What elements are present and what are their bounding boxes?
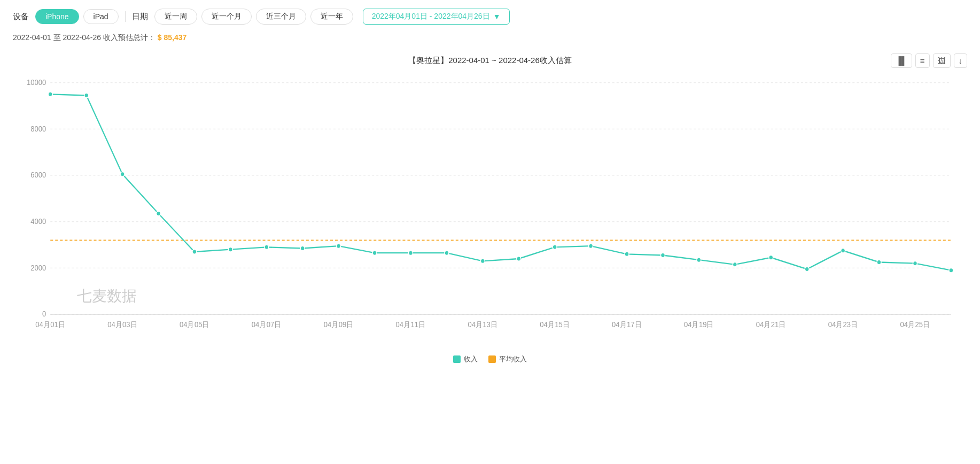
svg-point-40 — [517, 257, 521, 261]
three-months-btn[interactable]: 近三个月 — [256, 9, 306, 25]
legend-avg-label: 平均收入 — [499, 354, 527, 364]
chart-legend: 收入 平均收入 — [13, 354, 967, 364]
chart-wrap: 020004000600080001000004月01日04月03日04月05日… — [13, 71, 967, 349]
main-chart-svg: 020004000600080001000004月01日04月03日04月05日… — [13, 71, 967, 349]
svg-point-30 — [157, 211, 161, 216]
legend-income: 收入 — [453, 354, 478, 364]
svg-text:04月03日: 04月03日 — [107, 320, 137, 329]
svg-point-52 — [949, 268, 953, 273]
download-icon-btn[interactable]: ↓ — [954, 53, 968, 68]
chart-container: 【奥拉星】2022-04-01 ~ 2022-04-26收入估算 ▐▌ ≡ 🖼 … — [13, 56, 967, 364]
summary-text: 2022-04-01 至 2022-04-26 收入预估总计： — [13, 33, 155, 42]
legend-avg: 平均收入 — [488, 354, 527, 364]
chart-actions: ▐▌ ≡ 🖼 ↓ — [891, 53, 967, 68]
svg-point-51 — [913, 261, 917, 266]
date-label: 日期 — [132, 12, 148, 22]
svg-point-39 — [480, 259, 485, 264]
legend-income-label: 收入 — [464, 354, 478, 364]
svg-text:04月23日: 04月23日 — [828, 320, 858, 329]
svg-point-29 — [120, 172, 125, 177]
svg-point-35 — [337, 244, 341, 249]
svg-text:04月11日: 04月11日 — [396, 320, 426, 329]
svg-text:04月15日: 04月15日 — [540, 320, 570, 329]
svg-point-27 — [48, 92, 52, 97]
svg-point-28 — [84, 93, 89, 98]
svg-text:6000: 6000 — [30, 171, 46, 180]
iphone-btn[interactable]: iPhone — [35, 9, 79, 24]
svg-point-41 — [553, 245, 557, 250]
svg-point-31 — [192, 250, 197, 254]
svg-text:4000: 4000 — [30, 218, 46, 226]
svg-text:04月13日: 04月13日 — [468, 320, 497, 329]
svg-text:04月17日: 04月17日 — [612, 320, 642, 329]
svg-point-34 — [300, 246, 305, 251]
svg-point-44 — [660, 253, 665, 258]
svg-text:04月25日: 04月25日 — [900, 320, 930, 329]
svg-text:04月09日: 04月09日 — [324, 320, 354, 329]
svg-text:2000: 2000 — [30, 264, 46, 272]
bar-chart-icon-btn[interactable]: ▐▌ — [891, 53, 912, 68]
chevron-down-icon: ▼ — [493, 12, 501, 21]
svg-text:04月07日: 04月07日 — [252, 320, 282, 329]
month-btn[interactable]: 近一个月 — [201, 9, 252, 25]
ipad-btn[interactable]: iPad — [83, 9, 119, 24]
svg-text:04月21日: 04月21日 — [756, 320, 786, 329]
svg-point-48 — [805, 267, 809, 272]
svg-text:8000: 8000 — [30, 125, 46, 133]
chart-title: 【奥拉星】2022-04-01 ~ 2022-04-26收入估算 — [408, 56, 572, 66]
svg-point-45 — [697, 258, 701, 262]
svg-point-37 — [408, 251, 413, 256]
week-btn[interactable]: 近一周 — [154, 9, 197, 25]
device-label: 设备 — [13, 12, 29, 22]
svg-point-43 — [625, 252, 629, 257]
list-icon-btn[interactable]: ≡ — [915, 53, 930, 68]
svg-text:04月05日: 04月05日 — [180, 320, 209, 329]
toolbar: 设备 iPhone iPad 日期 近一周 近一个月 近三个月 近一年 2022… — [13, 9, 967, 25]
svg-point-33 — [265, 245, 269, 250]
date-range-text: 2022年04月01日 - 2022年04月26日 — [372, 12, 490, 21]
summary-amount: $ 85,437 — [158, 33, 187, 42]
chart-header: 【奥拉星】2022-04-01 ~ 2022-04-26收入估算 ▐▌ ≡ 🖼 … — [13, 56, 967, 66]
svg-text:04月19日: 04月19日 — [684, 320, 714, 329]
separator — [125, 11, 126, 22]
svg-point-46 — [733, 262, 737, 267]
image-icon-btn[interactable]: 🖼 — [933, 53, 951, 68]
svg-point-38 — [445, 251, 449, 256]
svg-text:04月01日: 04月01日 — [35, 320, 65, 329]
svg-point-50 — [877, 260, 881, 265]
year-btn[interactable]: 近一年 — [310, 9, 353, 25]
svg-point-32 — [228, 247, 232, 252]
summary-bar: 2022-04-01 至 2022-04-26 收入预估总计： $ 85,437 — [13, 33, 967, 43]
svg-text:10000: 10000 — [27, 79, 46, 87]
svg-point-49 — [841, 249, 845, 253]
svg-point-47 — [769, 256, 773, 260]
svg-point-36 — [372, 251, 377, 256]
legend-income-color — [453, 355, 461, 363]
date-range-btn[interactable]: 2022年04月01日 - 2022年04月26日 ▼ — [363, 9, 510, 25]
svg-point-42 — [589, 244, 593, 249]
legend-avg-color — [488, 355, 496, 363]
svg-text:0: 0 — [42, 310, 46, 319]
